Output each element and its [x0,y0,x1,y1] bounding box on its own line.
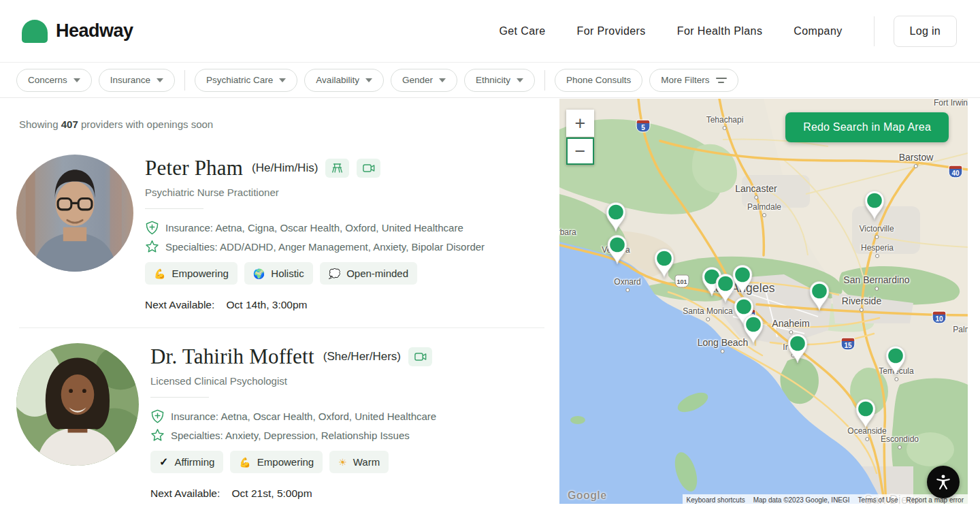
chevron-down-icon [157,78,163,82]
star-icon [150,428,165,443]
accessibility-person-icon [934,473,952,491]
provider-pronouns: (He/Him/His) [252,161,318,175]
insurance-row: Insurance: Aetna, Oscar Health, Oxford, … [150,409,436,423]
shield-plus-icon [150,409,165,423]
nav-item-company[interactable]: Company [794,25,842,37]
sun-emoji-icon: ☀ [338,458,347,467]
headway-logo-icon [22,20,48,43]
provider-card[interactable]: Dr. Tahirih Moffett (She/Her/Hers) Licen… [16,328,559,500]
map-label: Escondido [881,434,919,444]
filter-more-filters[interactable]: More Filters [649,69,738,92]
chevron-down-icon [279,78,286,82]
filter-lines-icon [716,78,727,83]
filter-phone-consults-label: Phone Consults [566,75,631,85]
results-summary: Showing 407 providers with openings soon [19,118,559,130]
provider-card[interactable]: Peter Pham (He/Him/His) [16,140,559,311]
tag-holistic: 🌍 Holistic [244,262,313,285]
nav-item-for-providers[interactable]: For Providers [577,25,646,37]
filter-gender[interactable]: Gender [391,69,457,92]
filter-insurance[interactable]: Insurance [99,69,175,92]
filter-availability[interactable]: Availability [304,69,384,92]
specialties-label: Specialties: [171,430,223,441]
filter-group-divider [184,70,185,91]
map-pin[interactable] [742,313,765,344]
filter-more-filters-label: More Filters [661,75,709,85]
provider-name[interactable]: Dr. Tahirih Moffett [150,344,314,369]
in-person-session-icon[interactable] [325,159,349,178]
brand-name: Headway [56,20,133,42]
interstate-10-shield-icon: 10 [932,311,947,324]
tag-label: Empowering [172,268,228,279]
filter-ethnicity[interactable]: Ethnicity [464,69,535,92]
accessibility-button[interactable] [927,466,960,498]
map-pin[interactable] [731,263,754,295]
provider-photo[interactable] [16,155,133,272]
google-logo[interactable]: Google [568,490,607,502]
map-pin[interactable] [884,344,907,376]
chevron-down-icon [74,78,80,82]
filter-phone-consults[interactable]: Phone Consults [555,69,642,92]
personality-tags: ✓ Affirming 💪 Empowering ☀ Warm [150,451,436,473]
specialties-row: Specialties: Anxiety, Depression, Relati… [150,428,436,443]
video-session-icon[interactable] [357,159,380,178]
main-nav: Get Care For Providers For Health Plans … [499,16,957,47]
map-label: Riverside [842,295,881,306]
insurance-row: Insurance: Aetna, Cigna, Oscar Health, O… [145,221,485,235]
filter-ethnicity-label: Ethnicity [476,75,510,85]
keyboard-shortcuts-link[interactable]: Keyboard shortcuts [683,494,749,504]
nav-item-get-care[interactable]: Get Care [499,25,545,37]
map-label: Hesperia [861,243,894,253]
provider-info: Peter Pham (He/Him/His) [145,155,485,311]
provider-photo-illustration [16,155,133,272]
headway-logo[interactable]: Headway [22,20,133,43]
tag-empowering: 💪 Empowering [230,451,323,473]
map-label: Long Beach [698,337,749,348]
map-pin[interactable] [854,398,877,429]
filter-psychiatric-care[interactable]: Psychiatric Care [195,69,297,92]
interstate-40-shield-icon: 40 [949,165,963,178]
nav-item-for-health-plans[interactable]: For Health Plans [677,25,763,37]
chevron-down-icon [517,78,523,82]
filter-group-divider [544,70,545,91]
divider [150,397,209,398]
video-session-icon[interactable] [408,347,432,366]
shield-plus-icon [145,221,159,235]
star-icon [145,240,159,254]
login-button[interactable]: Log in [894,16,957,47]
map-panel[interactable]: Fort Irwin Tehachapi Barstow Lancaster P… [559,99,968,504]
map-label: Anaheim [772,318,809,329]
zoom-in-button[interactable]: + [566,110,594,137]
next-available-label: Next Available: [145,299,214,310]
map-pin[interactable] [604,201,627,232]
tag-label: Open-minded [346,268,408,279]
personality-tags: 💪 Empowering 🌍 Holistic 💭 Open-minded [145,262,485,285]
map-pin[interactable] [808,280,831,311]
map-pin[interactable] [786,332,809,364]
tag-warm: ☀ Warm [329,451,389,473]
provider-photo[interactable] [16,343,139,466]
map-pin[interactable] [606,234,629,265]
specialties-label: Specialties: [165,241,218,253]
provider-name[interactable]: Peter Pham [145,156,243,180]
map-label: Victorville [859,224,894,234]
divider [145,208,203,209]
provider-info: Dr. Tahirih Moffett (She/Her/Hers) Licen… [150,343,436,500]
flex-emoji-icon: 💪 [239,458,250,467]
redo-search-button[interactable]: Redo Search in Map Area [785,112,949,142]
insurance-label: Insurance: [165,222,213,234]
next-available-label: Next Available: [150,487,220,499]
filter-bar: Concerns Insurance Psychiatric Care Avai… [0,63,980,98]
map-label: Oxnard [614,277,640,287]
summary-count: 407 [61,118,78,130]
terms-link[interactable]: Terms of Use [854,494,902,504]
insurance-label: Insurance: [171,411,218,422]
map-label: Palmdale [747,202,781,212]
tag-label: Holistic [271,268,304,279]
map-label: Tehachapi [706,115,744,125]
filter-concerns[interactable]: Concerns [16,69,92,92]
map-attribution: Keyboard shortcuts Map data ©2023 Google… [683,494,968,504]
map-pin[interactable] [653,247,676,278]
map-pin[interactable] [863,189,886,221]
zoom-out-button[interactable]: − [566,138,594,165]
filter-concerns-label: Concerns [28,75,67,85]
